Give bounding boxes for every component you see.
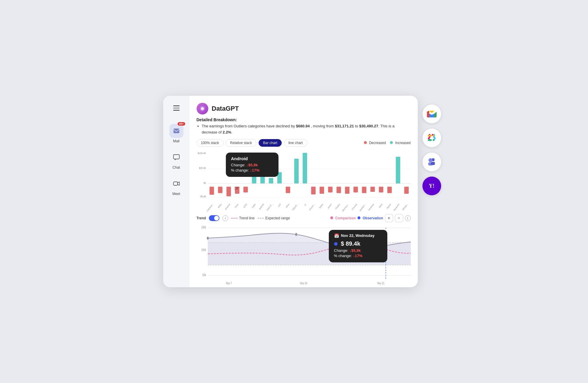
btn-100-stack[interactable]: 100% stack <box>197 139 223 147</box>
zoom-plus-btn[interactable]: + <box>385 214 393 222</box>
header-row: DataGPT <box>197 103 411 114</box>
svg-rect-49 <box>396 157 400 183</box>
svg-rect-42 <box>336 187 341 193</box>
tooltip-pct-row: % change: ↓17% <box>334 254 382 258</box>
svg-rect-27 <box>209 187 214 195</box>
android-change-value: ↓$5,9k <box>246 163 258 167</box>
android-tooltip-pct: % change: ↓17% <box>231 168 273 172</box>
chat-icon <box>173 154 180 161</box>
breakdown-text: The earnings from Outliers categories ha… <box>197 123 411 136</box>
svg-rect-38 <box>302 153 307 184</box>
tooltip-value-dot <box>334 242 338 246</box>
increased-dot <box>390 141 393 144</box>
mail-icon-wrap: 99+ <box>169 124 183 138</box>
tooltip-pct-value: ↓17% <box>353 254 363 258</box>
svg-text:Roku: Roku <box>217 203 222 209</box>
cursor-android: ☞ <box>234 185 239 192</box>
sidebar: 99+ Mail Chat <box>163 96 190 287</box>
svg-text:windows: windows <box>367 203 374 211</box>
svg-rect-14 <box>431 162 435 165</box>
svg-text:-$5,9k: -$5,9k <box>200 194 206 198</box>
teams-icon[interactable] <box>422 153 441 171</box>
tooltip-change-row: Change: ↓$5,9k <box>334 248 382 253</box>
zoom-minus-btn[interactable]: − <box>395 214 403 222</box>
svg-text:$25.8K: $25.8K <box>199 166 206 170</box>
svg-text:Tizen: Tizen <box>234 203 239 209</box>
svg-text:Microso...: Microso... <box>342 203 349 212</box>
sidebar-item-mail[interactable]: 99+ Mail <box>163 122 190 146</box>
svg-text:Visio S...: Visio S... <box>266 203 273 211</box>
svg-rect-29 <box>226 187 231 196</box>
observation-legend: Observation <box>357 216 383 220</box>
breakdown-bold4: 2.2% <box>223 130 231 134</box>
svg-text:Unknow...: Unknow... <box>206 203 213 212</box>
mail-label: Mail <box>173 139 179 143</box>
yahoo-icon[interactable]: Y! <box>422 177 441 195</box>
svg-text:iOS: iOS <box>277 203 281 208</box>
chat-label: Chat <box>173 165 180 170</box>
trend-section-info[interactable]: i <box>405 215 411 221</box>
slack-icon[interactable] <box>422 129 441 147</box>
mail-icon <box>173 127 180 134</box>
svg-text:Xbox: Xbox <box>285 203 290 209</box>
sidebar-item-meet[interactable]: Meet <box>163 174 190 198</box>
android-tooltip: Android Change: ↓$5,9k % change: ↓17% <box>226 153 278 177</box>
app-title: DataGPT <box>212 105 239 112</box>
comparison-dot <box>330 216 333 219</box>
outer-wrapper: Y! 99+ Mail <box>147 96 441 287</box>
svg-text:zeasn: zeasn <box>327 203 332 209</box>
svg-rect-43 <box>345 187 349 194</box>
toggle-knob <box>214 216 219 220</box>
svg-rect-44 <box>353 187 358 192</box>
tooltip-value: $ 89.4k <box>334 240 382 247</box>
android-tooltip-change: Change: ↓$5,9k <box>231 163 273 167</box>
svg-rect-17 <box>173 182 178 185</box>
observation-dot <box>357 216 360 219</box>
svg-text:x1: x1 <box>304 203 307 206</box>
svg-rect-28 <box>218 187 222 193</box>
svg-text:Nov 14: Nov 14 <box>300 281 307 285</box>
svg-text:$193.4K: $193.4K <box>197 151 206 155</box>
svg-text:150k: 150k <box>201 225 206 229</box>
calendar-icon: 📅 <box>334 233 339 238</box>
svg-rect-31 <box>243 187 248 192</box>
chat-icon-wrap <box>169 150 183 164</box>
legend-decreased: Decreased <box>364 141 386 145</box>
breakdown-bold1: $680.94 <box>296 124 310 128</box>
svg-rect-50 <box>404 187 408 194</box>
svg-text:Chrome: Chrome <box>351 203 357 211</box>
svg-text:Safari: Safari <box>319 203 324 209</box>
svg-rect-39 <box>311 187 315 194</box>
hamburger-menu[interactable] <box>170 102 183 114</box>
app-logo <box>197 103 208 114</box>
svg-rect-9 <box>428 135 432 137</box>
btn-relative-stack[interactable]: Relative stack <box>226 139 257 147</box>
svg-rect-10 <box>433 135 434 137</box>
svg-rect-15 <box>173 129 179 133</box>
svg-text:vidaa: vidaa <box>251 202 256 209</box>
hamburger-line-3 <box>173 110 180 111</box>
svg-rect-6 <box>434 138 436 139</box>
svg-text:Firefox: Firefox <box>335 203 341 210</box>
chart-controls: 100% stack Relative stack Bar chart line… <box>197 139 411 147</box>
main-content: DataGPT Detailed Breakdown: The earnings… <box>190 96 418 287</box>
trend-label: Trend <box>197 216 206 220</box>
svg-rect-34 <box>269 178 273 183</box>
svg-rect-47 <box>379 187 383 192</box>
svg-rect-41 <box>328 187 332 192</box>
mail-badge: 99+ <box>178 122 185 126</box>
sidebar-item-chat[interactable]: Chat <box>163 148 190 172</box>
trend-toggle[interactable] <box>209 215 219 221</box>
bar-chart-area: $193.4K $25.8K $0 -$5,9k <box>197 150 411 214</box>
btn-line-chart[interactable]: line chart <box>284 139 307 147</box>
trend-info-btn[interactable]: i <box>222 215 228 221</box>
gmail-icon[interactable] <box>422 105 441 123</box>
comparison-legend: Comparison <box>330 216 356 220</box>
svg-text:fetch: fetch <box>378 203 383 208</box>
btn-bar-chart[interactable]: Bar chart <box>259 139 282 147</box>
svg-text:50k: 50k <box>202 273 206 277</box>
svg-rect-48 <box>387 187 391 193</box>
svg-text:$0: $0 <box>203 181 206 184</box>
svg-text:tvOS: tvOS <box>243 203 247 208</box>
android-pct-value: ↓17% <box>250 168 260 172</box>
